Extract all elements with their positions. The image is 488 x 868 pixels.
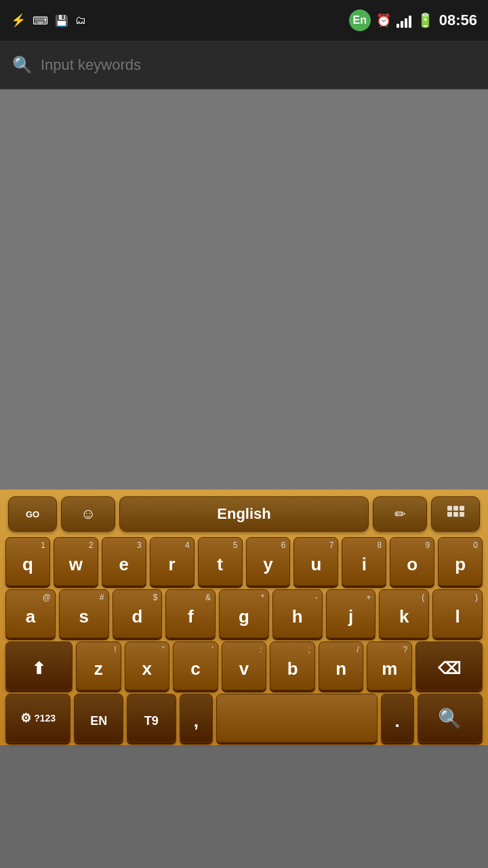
svg-rect-1 [453, 506, 458, 511]
key-v[interactable]: :v [222, 642, 267, 690]
key-r[interactable]: 4r [150, 537, 195, 586]
search-key-icon: 🔍 [438, 707, 462, 730]
status-bar-left: ⚡ ⌨ 💾 🗂 [11, 13, 86, 28]
key-i[interactable]: 8i [342, 537, 386, 586]
search-icon: 🔍 [12, 56, 33, 75]
memory-icon: 🗂 [75, 14, 86, 26]
key-b[interactable]: ;b [270, 642, 315, 690]
keyboard-row-4: ⚙ ?123 EN T9 , . 🔍 [5, 694, 483, 743]
signal-bar-3 [405, 18, 407, 28]
key-q[interactable]: 1q [5, 537, 50, 586]
signal-bar-1 [396, 24, 399, 28]
sym-label: ?123 [34, 713, 56, 724]
keyboard-rows: 1q 2w 3e 4r 5t 6y 7u 8i 9o 0p @a #s $d &… [3, 537, 485, 743]
key-l[interactable]: )l [432, 589, 483, 638]
search-bar[interactable]: 🔍 [0, 41, 488, 90]
key-k[interactable]: (k [379, 589, 429, 638]
language-label: English [217, 505, 270, 523]
alarm-icon: ⏰ [376, 13, 391, 28]
signal-bar-4 [409, 16, 411, 28]
key-c[interactable]: 'c [173, 642, 218, 690]
key-f[interactable]: &f [165, 589, 216, 638]
key-shift[interactable]: ⬆ [5, 642, 73, 690]
edit-button[interactable]: ✏ [373, 496, 427, 532]
key-search[interactable]: 🔍 [418, 694, 483, 743]
keyboard-row-1: 1q 2w 3e 4r 5t 6y 7u 8i 9o 0p [5, 537, 483, 586]
status-bar-right: En ⏰ 🔋 08:56 [349, 9, 477, 31]
grid-icon [446, 505, 465, 524]
key-z[interactable]: !z [76, 642, 121, 690]
go-button[interactable]: GO [8, 496, 57, 532]
svg-rect-2 [460, 506, 464, 511]
svg-rect-5 [460, 512, 464, 517]
key-space[interactable] [216, 694, 378, 743]
key-period[interactable]: . [381, 694, 414, 743]
signal-bar-2 [401, 21, 403, 28]
key-t[interactable]: 5t [198, 537, 243, 586]
language-badge: En [349, 9, 371, 31]
key-m[interactable]: ?m [367, 642, 412, 690]
key-w[interactable]: 2w [54, 537, 98, 586]
key-y[interactable]: 6y [246, 537, 291, 586]
key-p[interactable]: 0p [438, 537, 483, 586]
key-j[interactable]: +j [326, 589, 376, 638]
grid-button[interactable] [431, 496, 480, 532]
key-backspace[interactable]: ⌫ [415, 642, 483, 690]
keyboard-row-3: ⬆ !z "x 'c :v ;b /n ?m ⌫ [5, 642, 483, 690]
key-s[interactable]: #s [59, 589, 109, 638]
battery-icon: 🔋 [417, 12, 434, 28]
key-lang[interactable]: EN [74, 694, 123, 743]
svg-rect-0 [447, 506, 452, 511]
key-sym[interactable]: ⚙ ?123 [5, 694, 70, 743]
key-u[interactable]: 7u [293, 537, 338, 586]
edit-icon: ✏ [394, 506, 406, 522]
usb-icon: ⚡ [11, 13, 26, 28]
key-n[interactable]: /n [319, 642, 364, 690]
signal-bars [396, 13, 411, 28]
storage-icon: 💾 [55, 14, 68, 27]
keyboard-icon: ⌨ [33, 14, 48, 27]
status-bar: ⚡ ⌨ 💾 🗂 En ⏰ 🔋 08:56 [0, 0, 488, 41]
key-g[interactable]: *g [219, 589, 269, 638]
clock: 08:56 [439, 12, 477, 29]
key-d[interactable]: $d [113, 589, 163, 638]
key-a[interactable]: @a [5, 589, 56, 638]
svg-rect-3 [447, 512, 452, 517]
settings-icon: ⚙ [20, 711, 31, 726]
emoji-icon: ☺ [81, 505, 96, 523]
go-label: GO [26, 509, 39, 519]
main-content [0, 90, 488, 490]
key-e[interactable]: 3e [102, 537, 146, 586]
language-button[interactable]: English [119, 496, 369, 532]
keyboard-row-2: @a #s $d &f *g -h +j (k )l [5, 589, 483, 638]
svg-rect-4 [453, 512, 458, 517]
keyboard-top-bar: GO ☺ English ✏ [3, 495, 485, 537]
keyboard: GO ☺ English ✏ [0, 490, 488, 745]
key-h[interactable]: -h [272, 589, 323, 638]
key-comma[interactable]: , [180, 694, 213, 743]
emoji-button[interactable]: ☺ [61, 496, 115, 532]
key-o[interactable]: 9o [390, 537, 434, 586]
key-t9[interactable]: T9 [127, 694, 176, 743]
search-input[interactable] [41, 56, 476, 74]
key-x[interactable]: "x [125, 642, 170, 690]
